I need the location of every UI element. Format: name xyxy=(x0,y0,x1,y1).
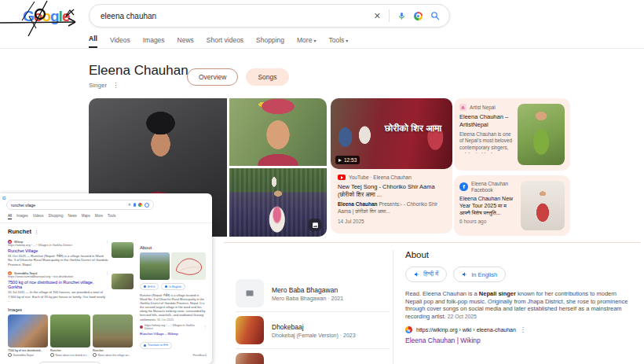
mini-result-heading: Runchet ⋮ xyxy=(8,228,38,235)
kebab-menu-icon[interactable]: ⋮ xyxy=(105,271,108,275)
search-input[interactable] xyxy=(99,11,366,21)
mini-search-overlay: G runchet vilage ✕ All Images Videos Sho… xyxy=(0,193,212,364)
tab-videos[interactable]: Videos xyxy=(110,36,130,48)
chip-songs[interactable]: Songs xyxy=(246,68,288,86)
mini-about-paragraph: Runchet (Nepali: रुंचेत) is a village lo… xyxy=(140,293,207,322)
tab-images[interactable]: Images xyxy=(143,36,165,48)
mini-search-bar[interactable]: runchet vilage ✕ xyxy=(6,200,154,210)
kebab-menu-icon[interactable]: ⋮ xyxy=(35,230,38,234)
mini-feedback-link[interactable]: Feedback xyxy=(140,353,207,357)
about-heading: About xyxy=(405,250,630,259)
facebook-post-time: 6 hours ago xyxy=(459,219,516,224)
mini-tab-news[interactable]: News xyxy=(68,214,77,219)
mini-google-logo: G xyxy=(2,196,6,200)
mini-image-caption: 7500 kg of rice distributed... xyxy=(8,349,48,352)
mini-result-thumbnail[interactable] xyxy=(112,274,134,289)
chip-overview[interactable]: Overview xyxy=(187,68,238,86)
tab-short-videos[interactable]: Short videos xyxy=(207,36,243,48)
source-link-title[interactable]: Eleena Chauhan | Wikinp xyxy=(405,336,630,344)
mini-listen-hindi-button[interactable]: हिन्दी में xyxy=(140,283,159,290)
mini-google-lens-icon[interactable] xyxy=(138,203,142,207)
chevron-down-icon: ▾ xyxy=(346,38,348,43)
entity-photo-bottom[interactable] xyxy=(229,168,327,237)
song-thumbnail xyxy=(236,353,264,364)
mini-source-url-row[interactable]: https://wikinp.org › ... › Villages in G… xyxy=(140,324,207,330)
mini-translate-button[interactable]: Translate to हिन्दी xyxy=(140,342,172,349)
tab-all[interactable]: All xyxy=(89,35,97,48)
mini-result-url: https://wikinp.org › ... › Villages in G… xyxy=(8,244,108,247)
song-title[interactable]: Mero Baba Bhagawan xyxy=(272,286,343,294)
clear-search-icon[interactable]: ✕ xyxy=(374,11,381,21)
listen-hindi-button[interactable]: हिन्दी में xyxy=(405,267,447,282)
facebook-card-source: Eleena ChauhanFacebook xyxy=(471,181,508,193)
kebab-menu-icon[interactable]: ⋮ xyxy=(203,325,207,329)
facebook-card[interactable]: f Eleena ChauhanFacebook Eleena Chauhan … xyxy=(454,175,570,236)
mini-result-url: https://www.samriddhanepal.org › rice-di… xyxy=(8,275,108,278)
google-lens-icon[interactable] xyxy=(414,12,423,20)
image-gallery-icon[interactable] xyxy=(309,219,321,231)
mini-images-heading: Images xyxy=(8,307,134,312)
tab-more[interactable]: More▾ xyxy=(297,36,316,48)
page-title: Eleena Chauhan xyxy=(89,63,188,79)
mini-microphone-icon[interactable] xyxy=(134,203,136,207)
mini-search-icon[interactable] xyxy=(145,203,149,208)
video-source: YouTube · Eleena Chauhan xyxy=(349,175,412,180)
facebook-icon: f xyxy=(459,182,468,191)
tab-news[interactable]: News xyxy=(177,36,194,48)
artist-nepal-card[interactable]: A Artist Nepal Eleena Chauhan – ArtistNe… xyxy=(454,98,570,171)
translate-icon xyxy=(144,344,146,347)
song-row[interactable]: Dhokebaj 3 Sambandha... xyxy=(236,349,390,364)
mini-result-title[interactable]: Runchet Village xyxy=(8,248,108,253)
mini-tab-more[interactable]: More xyxy=(95,214,103,219)
speaker-icon xyxy=(165,285,167,288)
artist-card-title[interactable]: Eleena Chauhan – ArtistNepal xyxy=(459,113,513,129)
mini-results-column: w Wikinp ⋮ https://wikinp.org › ... › Vi… xyxy=(8,240,134,364)
mini-search-input[interactable]: runchet vilage xyxy=(11,203,126,208)
mini-tab-maps[interactable]: Maps xyxy=(82,214,90,219)
mini-result-title[interactable]: 7500 kg of rice distributed in Runchet v… xyxy=(8,280,108,289)
mini-search-result[interactable]: s Samriddha Nepal ⋮ https://www.samriddh… xyxy=(8,271,134,303)
mini-tab-videos[interactable]: Videos xyxy=(33,214,44,219)
mini-result-type-tabs: All Images Videos Shopping News Maps Mor… xyxy=(8,214,116,219)
entity-photo-top[interactable] xyxy=(229,98,327,166)
mini-panel-map[interactable] xyxy=(171,252,206,280)
listen-english-button[interactable]: In English xyxy=(453,267,506,282)
mini-tab-all[interactable]: All xyxy=(8,214,12,219)
tab-shopping[interactable]: Shopping xyxy=(256,36,284,48)
kebab-menu-icon[interactable]: ⋮ xyxy=(520,326,526,333)
video-description: Eleena Chauhan Presents:- - Chhoriko Shi… xyxy=(338,201,445,215)
youtube-icon xyxy=(338,175,346,180)
kebab-menu-icon[interactable]: ⋮ xyxy=(112,82,119,89)
song-title[interactable]: Dhokebaaj xyxy=(272,323,356,331)
google-logo[interactable]: Google xyxy=(23,8,69,25)
search-bar[interactable]: ✕ xyxy=(89,4,450,28)
video-title[interactable]: New Teej Song - Chhoriko Shir Aama (छोरी… xyxy=(338,183,445,199)
mini-clear-search-icon[interactable]: ✕ xyxy=(128,203,131,207)
speaker-icon xyxy=(414,271,420,278)
globe-icon xyxy=(93,353,97,357)
mini-tab-tools[interactable]: Tools xyxy=(108,214,116,219)
facebook-post-text[interactable]: Eleena Chauhan New Year Tour 2025 मा म आ… xyxy=(459,195,516,216)
mini-tab-shopping[interactable]: Shopping xyxy=(48,214,63,219)
video-thumbnail[interactable]: छोरीको शिर आमा 12:53 xyxy=(331,98,452,169)
tab-tools[interactable]: Tools▾ xyxy=(328,36,348,48)
mini-image-result[interactable] xyxy=(50,314,90,347)
mini-search-result[interactable]: w Wikinp ⋮ https://wikinp.org › ... › Vi… xyxy=(8,240,134,267)
source-url[interactable]: https://wikinp.org › wiki › eleena-chauh… xyxy=(416,327,516,333)
search-icon[interactable] xyxy=(430,11,440,20)
song-subtitle: Mero Baba Bhagawan · 2021 xyxy=(272,296,343,301)
mini-result-thumbnail[interactable] xyxy=(112,242,134,258)
mini-panel-photo[interactable] xyxy=(140,252,170,280)
mini-image-result[interactable] xyxy=(93,314,133,347)
mini-tab-images[interactable]: Images xyxy=(16,214,28,219)
mini-listen-english-button[interactable]: In English xyxy=(161,283,185,290)
song-row[interactable]: Dhokebaaj Dhokebaj (Female Version) · 20… xyxy=(236,312,390,349)
youtube-video-card[interactable]: छोरीको शिर आमा 12:53 YouTube · Eleena Ch… xyxy=(331,98,452,233)
artist-nepal-favicon: A xyxy=(459,104,467,111)
microphone-icon[interactable] xyxy=(397,12,406,20)
mini-image-result[interactable] xyxy=(8,314,48,347)
source-url-row[interactable]: w https://wikinp.org › wiki › eleena-cha… xyxy=(405,326,630,333)
kebab-menu-icon[interactable]: ⋮ xyxy=(105,240,108,244)
mini-header-divider xyxy=(0,222,212,223)
song-row[interactable]: Mero Baba Bhagawan Mero Baba Bhagawan · … xyxy=(236,275,390,312)
